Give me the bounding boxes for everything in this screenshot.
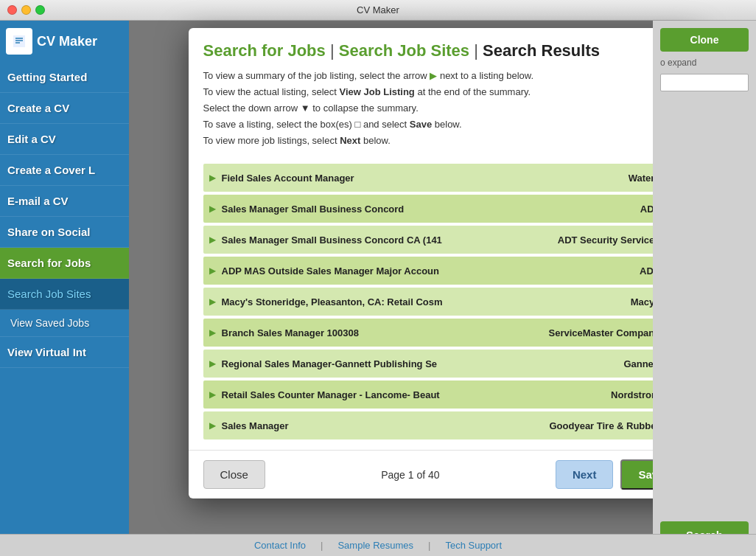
sidebar-item-edit-cv[interactable]: Edit a CV <box>0 124 129 155</box>
logo-icon <box>6 28 32 55</box>
sidebar-logo: CV Maker <box>0 21 129 62</box>
expand-job-arrow[interactable]: ▶ <box>209 234 216 245</box>
job-company-text: ServiceMaster Company <box>548 327 659 338</box>
job-title-text: Regional Sales Manager-Gannett Publishin… <box>222 358 617 369</box>
expand-job-arrow[interactable]: ▶ <box>209 265 216 276</box>
sidebar-item-view-virtual[interactable]: View Virtual Int <box>0 337 129 368</box>
title-search-for-jobs: Search for Jobs <box>203 41 326 60</box>
sidebar-navigation: Getting Started Create a CV Edit a CV Cr… <box>0 62 129 368</box>
titlebar: CV Maker <box>0 0 756 21</box>
table-row: ▶Macy's Stoneridge, Pleasanton, CA: Reta… <box>203 288 682 316</box>
sidebar-item-create-cv[interactable]: Create a CV <box>0 93 129 124</box>
expand-job-arrow[interactable]: ▶ <box>209 204 216 214</box>
right-panel: Clone o expand Search <box>653 21 756 556</box>
job-title-text: ADP MAS Outside Sales Manager Major Acco… <box>222 265 633 277</box>
close-button[interactable]: Close <box>203 460 265 489</box>
job-title-text: Sales Manager Small Business Concord <box>222 204 633 215</box>
logo-text: CV Maker <box>37 34 97 49</box>
modal-footer: Close Page 1 of 40 Next Save <box>189 450 697 498</box>
table-row: ▶ADP MAS Outside Sales Manager Major Acc… <box>203 257 682 285</box>
footer-sample-resumes[interactable]: Sample Resumes <box>337 540 413 551</box>
app-title: CV Maker <box>357 4 399 15</box>
job-title-text: Retail Sales Counter Manager - Lancome- … <box>222 389 604 400</box>
close-window-btn[interactable] <box>7 5 17 15</box>
job-title-text: Macy's Stoneridge, Pleasanton, CA: Retai… <box>222 296 623 307</box>
title-search-job-sites: Search Job Sites <box>339 41 469 60</box>
instruction-4: To save a listing, select the box(es) □ … <box>203 117 682 133</box>
title-sep-1: | <box>330 41 339 60</box>
instruction-5: To view more job listings, select Next b… <box>203 133 682 149</box>
next-label: Next <box>340 135 360 146</box>
modal-header: Search for Jobs | Search Job Sites | Sea… <box>189 28 697 156</box>
job-title-text: Sales Manager <box>222 420 542 431</box>
window-controls <box>7 5 45 15</box>
expand-job-arrow[interactable]: ▶ <box>209 420 216 431</box>
next-button[interactable]: Next <box>556 460 614 489</box>
sidebar-item-view-saved-jobs[interactable]: View Saved Jobs <box>0 310 129 337</box>
job-list: ▶Field Sales Account ManagerWaters▶Sales… <box>189 156 697 450</box>
modal-title: Search for Jobs | Search Job Sites | Sea… <box>203 41 682 60</box>
expand-job-arrow[interactable]: ▶ <box>209 358 216 369</box>
job-title-text: Sales Manager Small Business Concord CA … <box>222 234 550 246</box>
instruction-3: Select the down arrow ▼ to collapse the … <box>203 100 682 117</box>
sidebar-item-search-job-sites[interactable]: Search Job Sites <box>0 279 129 310</box>
table-row: ▶Sales Manager Small Business Concord CA… <box>203 226 682 254</box>
page-info: Page 1 of 40 <box>273 469 548 481</box>
table-row: ▶Retail Sales Counter Manager - Lancome-… <box>203 380 682 409</box>
maximize-window-btn[interactable] <box>35 5 45 15</box>
expand-job-arrow[interactable]: ▶ <box>209 389 216 400</box>
title-search-results: Search Results <box>483 41 600 60</box>
sidebar-item-email-cv[interactable]: E-mail a CV <box>0 186 129 217</box>
footer-contact-info[interactable]: Contact Info <box>254 540 306 551</box>
search-results-modal: Search for Jobs | Search Job Sites | Sea… <box>189 28 697 498</box>
job-title-text: Field Sales Account Manager <box>222 173 621 184</box>
instruction-2: To view the actual listing, select View … <box>203 84 682 100</box>
expand-text: o expand <box>660 58 749 68</box>
save-label: Save <box>410 119 432 130</box>
right-arrow-icon: ▶ <box>430 70 437 81</box>
table-row: ▶Regional Sales Manager-Gannett Publishi… <box>203 350 682 378</box>
minimize-window-btn[interactable] <box>21 5 31 15</box>
clone-button[interactable]: Clone <box>660 28 749 52</box>
table-row: ▶Field Sales Account ManagerWaters <box>203 164 682 192</box>
expand-job-arrow[interactable]: ▶ <box>209 327 216 338</box>
sidebar-item-getting-started[interactable]: Getting Started <box>0 62 129 93</box>
down-arrow-icon: ▼ <box>301 102 310 114</box>
modal-instructions: To view a summary of the job listing, se… <box>203 68 682 149</box>
footer-tech-support[interactable]: Tech Support <box>445 540 502 551</box>
job-company-text: Goodyear Tire & Rubber <box>549 420 659 431</box>
sidebar-item-share-social[interactable]: Share on Social <box>0 217 129 248</box>
sidebar-item-search-jobs[interactable]: Search for Jobs <box>0 248 129 279</box>
job-company-text: ADT Security Services <box>558 234 660 246</box>
job-title-text: Branch Sales Manager 100308 <box>222 327 542 338</box>
checkbox-example: □ <box>354 119 360 130</box>
expand-job-arrow[interactable]: ▶ <box>209 296 216 307</box>
view-job-listing-label: View Job Listing <box>339 86 414 97</box>
app-container: CV Maker Getting Started Create a CV Edi… <box>0 21 756 556</box>
sidebar-item-create-cover[interactable]: Create a Cover L <box>0 155 129 186</box>
sidebar: CV Maker Getting Started Create a CV Edi… <box>0 21 129 556</box>
table-row: ▶Branch Sales Manager 100308ServiceMaste… <box>203 319 682 347</box>
right-panel-input[interactable] <box>660 74 749 91</box>
table-row: ▶Sales Manager Small Business ConcordADT <box>203 195 682 223</box>
title-sep-2: | <box>474 41 483 60</box>
footer-bar: Contact Info | Sample Resumes | Tech Sup… <box>0 534 756 556</box>
instruction-1: To view a summary of the job listing, se… <box>203 68 682 84</box>
table-row: ▶Sales ManagerGoodyear Tire & Rubber <box>203 411 682 439</box>
expand-job-arrow[interactable]: ▶ <box>209 173 216 183</box>
main-area: Search for Jobs | Search Job Sites | Sea… <box>129 21 756 556</box>
